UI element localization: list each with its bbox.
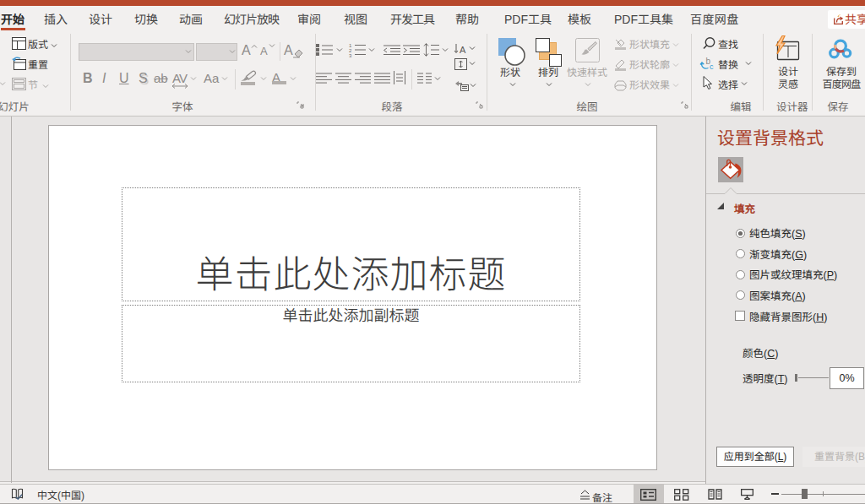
svg-text:A: A — [460, 45, 466, 55]
svg-text:c: c — [710, 62, 714, 71]
